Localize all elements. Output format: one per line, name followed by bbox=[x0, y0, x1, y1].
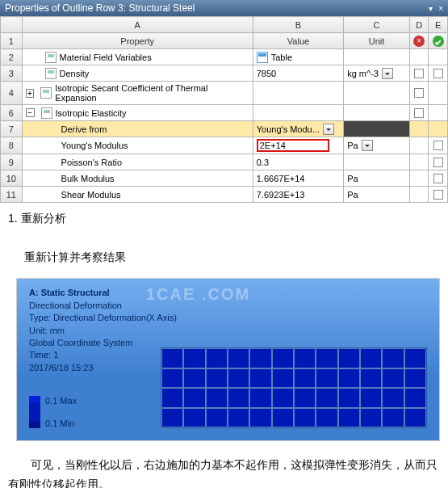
properties-grid: A B C D E 1 Property Value Unit × 2 Mate… bbox=[0, 16, 448, 203]
cell-unit: kg m^-3 bbox=[347, 69, 379, 78]
checkbox[interactable] bbox=[414, 88, 424, 98]
table-row: 2 Material Field Variables Table bbox=[1, 49, 448, 65]
table-icon bbox=[257, 52, 268, 63]
collapse-icon[interactable]: ▾ bbox=[429, 4, 433, 13]
cell-unit: Pa bbox=[344, 187, 409, 202]
window-titlebar: Properties of Outline Row 3: Structural … bbox=[0, 0, 448, 16]
cell-value: Young's Modu... bbox=[257, 124, 320, 134]
window-title: Properties of Outline Row 3: Structural … bbox=[5, 2, 195, 14]
table-row: 6 −Isotropic Elasticity bbox=[1, 105, 448, 121]
prop-label: Isotropic Elasticity bbox=[56, 108, 127, 118]
prop-label[interactable]: Bulk Modulus bbox=[23, 170, 253, 186]
color-legend: 0.1 Max 0.1 Min bbox=[29, 396, 77, 428]
table-row-selected: 7 Derive from Young's Modu... bbox=[1, 121, 448, 137]
paragraph-1: 可见，当刚性化以后，右边施加的力基本不起作用，这模拟弹性变形消失，从而只有刚性位… bbox=[8, 456, 440, 488]
checkbox[interactable] bbox=[433, 190, 443, 200]
step-1-sub: 重新计算并考察结果 bbox=[8, 248, 440, 267]
legend-min: 0.1 Min bbox=[45, 419, 77, 428]
header-row: 1 Property Value Unit × bbox=[1, 33, 448, 49]
table-row: 3 Density 7850 kg m^-3 bbox=[1, 65, 448, 82]
close-icon[interactable]: × bbox=[438, 4, 443, 13]
table-row: 11 Shear Modulus 7.6923E+13 Pa bbox=[1, 187, 448, 203]
col-B: B bbox=[253, 17, 343, 33]
legend-gradient bbox=[29, 396, 40, 428]
column-letters-row: A B C D E bbox=[1, 17, 448, 33]
col-D: D bbox=[409, 17, 429, 33]
prop-label: Material Field Variables bbox=[60, 53, 152, 62]
table-row: 10 Bulk Modulus 1.6667E+14 Pa bbox=[1, 170, 448, 187]
cell-value: 7.6923E+13 bbox=[253, 187, 343, 202]
table-row: 9 Poisson's Ratio 0.3 bbox=[1, 154, 448, 170]
field-vars-icon bbox=[45, 52, 57, 63]
dropdown-icon[interactable] bbox=[323, 124, 334, 135]
table-row: 4 +Isotropic Secant Coefficient of Therm… bbox=[1, 82, 448, 105]
expansion-icon bbox=[40, 87, 52, 99]
checkbox[interactable] bbox=[433, 174, 443, 183]
cell-value-highlighted: 2E+14 bbox=[257, 139, 329, 152]
step-1: 1. 重新分析 bbox=[8, 209, 440, 229]
col-A: A bbox=[22, 17, 253, 33]
hdr-property: Property bbox=[23, 33, 253, 48]
prop-label[interactable]: Young's Modulus bbox=[23, 137, 253, 154]
prop-label[interactable]: Derive from bbox=[23, 121, 253, 137]
cell-value[interactable]: 7850 bbox=[253, 65, 343, 81]
prop-label[interactable]: Shear Modulus bbox=[23, 187, 253, 202]
result-viewer: 1CAE .COM A: Static Structural Direction… bbox=[16, 278, 440, 441]
density-icon bbox=[45, 68, 57, 79]
prop-label[interactable]: Poisson's Ratio bbox=[23, 154, 253, 170]
col-E: E bbox=[429, 17, 448, 33]
cell-value[interactable]: 0.3 bbox=[253, 154, 343, 170]
ok-icon[interactable] bbox=[433, 36, 444, 47]
table-row: 8 Young's Modulus 2E+14 Pa bbox=[1, 137, 448, 154]
delete-icon[interactable]: × bbox=[413, 36, 425, 47]
checkbox[interactable] bbox=[433, 141, 443, 150]
mesh-model bbox=[161, 347, 427, 428]
cell-value: 1.6667E+14 bbox=[253, 170, 343, 186]
watermark: 1CAE .COM bbox=[146, 285, 250, 304]
prop-label: Density bbox=[60, 69, 90, 78]
expand-icon[interactable]: + bbox=[26, 89, 35, 98]
checkbox[interactable] bbox=[433, 158, 443, 167]
cell-unit: Pa bbox=[347, 141, 358, 150]
checkbox[interactable] bbox=[414, 108, 424, 118]
col-C: C bbox=[344, 17, 410, 33]
collapse-icon[interactable]: − bbox=[26, 108, 35, 117]
legend-max: 0.1 Max bbox=[45, 396, 77, 406]
cell-unit: Pa bbox=[344, 170, 409, 186]
hdr-value: Value bbox=[253, 33, 343, 48]
cell-value: Table bbox=[271, 53, 292, 62]
prop-label: Isotropic Secant Coefficient of Thermal … bbox=[55, 83, 249, 103]
hdr-unit: Unit bbox=[344, 33, 409, 48]
dropdown-icon[interactable] bbox=[362, 140, 373, 151]
elasticity-icon bbox=[41, 107, 52, 119]
dropdown-icon[interactable] bbox=[382, 68, 393, 79]
checkbox[interactable] bbox=[414, 69, 424, 78]
checkbox[interactable] bbox=[433, 69, 443, 78]
